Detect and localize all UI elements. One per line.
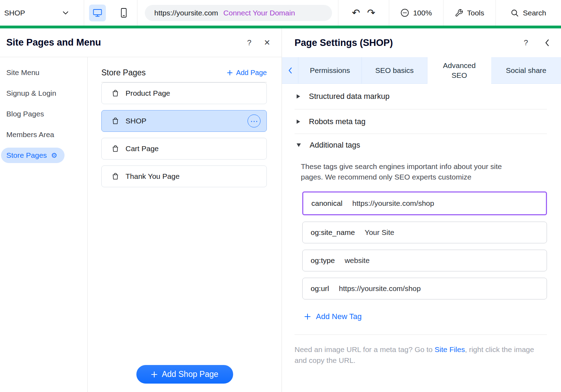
page-item-label: Product Page bbox=[126, 89, 170, 97]
shopping-bag-icon bbox=[111, 172, 120, 181]
sidebar-item-signup-login[interactable]: Signup & Login bbox=[0, 83, 87, 103]
page-settings-header: Page Settings (SHOP) ? bbox=[282, 28, 561, 57]
tag-name: og:site_name bbox=[311, 228, 355, 237]
page-item-label: Thank You Page bbox=[126, 172, 180, 181]
chevron-left-icon bbox=[545, 39, 549, 47]
tab-label: Advanced SEO bbox=[441, 61, 478, 80]
section-label: Robots meta tag bbox=[309, 117, 365, 126]
search-button[interactable]: Search bbox=[496, 0, 561, 26]
page-selector-label: SHOP bbox=[4, 9, 25, 17]
help-icon[interactable]: ? bbox=[247, 39, 251, 47]
mobile-view-button[interactable] bbox=[115, 5, 132, 21]
gear-icon[interactable]: ⚙ bbox=[51, 152, 58, 159]
plus-icon bbox=[151, 371, 157, 378]
tag-value: https://yoursite.com/shop bbox=[339, 284, 421, 293]
chevron-left-icon bbox=[288, 67, 292, 74]
wrench-icon bbox=[455, 9, 463, 17]
tab-permissions[interactable]: Permissions bbox=[298, 57, 362, 84]
site-files-link[interactable]: Site Files bbox=[435, 345, 465, 353]
divider bbox=[295, 334, 547, 335]
search-icon bbox=[511, 9, 519, 17]
editor-accent-bar bbox=[0, 26, 561, 28]
sidebar-item-site-menu[interactable]: Site Menu bbox=[0, 62, 87, 83]
tag-field-og-site-name[interactable]: og:site_name Your Site bbox=[302, 222, 547, 243]
add-page-button[interactable]: Add Page bbox=[227, 69, 267, 77]
page-selector-dropdown[interactable]: SHOP bbox=[0, 0, 84, 26]
tag-field-og-type[interactable]: og:type website bbox=[302, 250, 547, 271]
redo-button[interactable]: ↷ bbox=[367, 8, 375, 18]
page-item-cart-page[interactable]: Cart Page bbox=[101, 138, 267, 160]
store-pages-heading: Store Pages bbox=[101, 68, 146, 77]
redo-icon: ↷ bbox=[367, 7, 375, 18]
undo-icon: ↶ bbox=[352, 7, 360, 18]
store-pages-selected-pill[interactable]: Store Pages ⚙ bbox=[1, 148, 65, 163]
site-pages-panel-header: Site Pages and Menu ? ✕ bbox=[0, 28, 282, 57]
tab-label: Permissions bbox=[310, 66, 350, 75]
section-structured-data-markup[interactable]: Structured data markup bbox=[282, 84, 561, 109]
tab-label: Social share bbox=[506, 66, 547, 75]
page-item-product-page[interactable]: Product Page bbox=[101, 82, 267, 104]
chevron-down-icon bbox=[63, 11, 68, 15]
tag-value: Your Site bbox=[365, 228, 394, 237]
zoom-control[interactable]: 100% bbox=[389, 0, 444, 26]
mobile-icon bbox=[120, 8, 127, 18]
url-section: https://yoursite.com Connect Your Domain bbox=[137, 0, 338, 26]
site-url: https://yoursite.com bbox=[154, 9, 218, 17]
tabs-scroll-left-button[interactable] bbox=[282, 57, 298, 84]
site-pages-panel: Site Pages and Menu ? ✕ Site Menu Signup… bbox=[0, 28, 282, 392]
caret-right-icon bbox=[297, 94, 300, 99]
sidebar-item-blog-pages[interactable]: Blog Pages bbox=[0, 103, 87, 124]
sidebar-item-label: Signup & Login bbox=[6, 89, 56, 97]
help-icon[interactable]: ? bbox=[524, 39, 528, 47]
shopping-bag-icon bbox=[111, 89, 120, 97]
collapse-panel-button[interactable] bbox=[545, 39, 549, 47]
tag-value: https://yoursite.com/shop bbox=[352, 199, 434, 208]
add-new-tag-button[interactable]: Add New Tag bbox=[304, 312, 361, 321]
tools-button[interactable]: Tools bbox=[444, 0, 496, 26]
zoom-out-icon[interactable] bbox=[400, 8, 409, 17]
tools-label: Tools bbox=[467, 9, 484, 17]
tab-label: SEO basics bbox=[375, 66, 414, 75]
footer-text: Need an image URL for a meta tag? Go to bbox=[295, 345, 435, 353]
tag-field-og-url[interactable]: og:url https://yoursite.com/shop bbox=[302, 278, 547, 299]
store-pages-list-area: Store Pages Add Page Product Page SHOP ⋯… bbox=[88, 57, 282, 392]
add-shop-page-button[interactable]: Add Shop Page bbox=[136, 365, 233, 384]
connect-domain-link[interactable]: Connect Your Domain bbox=[223, 9, 295, 17]
page-item-label: Cart Page bbox=[126, 144, 159, 153]
tag-value: website bbox=[345, 256, 370, 265]
tag-field-canonical[interactable]: canonical https://yoursite.com/shop bbox=[302, 191, 547, 215]
section-robots-meta-tag[interactable]: Robots meta tag bbox=[282, 109, 561, 134]
tag-name: canonical bbox=[311, 199, 343, 208]
add-page-label: Add Page bbox=[236, 69, 267, 77]
tag-name: og:url bbox=[311, 284, 329, 293]
shopping-bag-icon bbox=[111, 117, 120, 125]
ellipsis-icon: ⋯ bbox=[250, 117, 258, 125]
close-icon[interactable]: ✕ bbox=[264, 39, 270, 47]
tab-seo-basics[interactable]: SEO basics bbox=[362, 57, 427, 84]
history-controls: ↶ ↷ bbox=[338, 0, 389, 26]
sidebar-item-store-pages[interactable]: Store Pages ⚙ bbox=[0, 145, 87, 165]
sidebar-item-label: Members Area bbox=[6, 130, 54, 139]
sidebar-item-members-area[interactable]: Members Area bbox=[0, 124, 87, 145]
plus-icon bbox=[227, 70, 232, 75]
more-options-button[interactable]: ⋯ bbox=[248, 115, 261, 128]
search-label: Search bbox=[523, 9, 546, 17]
caret-down-icon bbox=[297, 143, 301, 147]
page-item-thank-you-page[interactable]: Thank You Page bbox=[101, 165, 267, 187]
section-additional-tags[interactable]: Additional tags bbox=[282, 134, 561, 156]
section-label: Additional tags bbox=[310, 141, 360, 150]
tab-advanced-seo[interactable]: Advanced SEO bbox=[427, 57, 491, 84]
footer-note: Need an image URL for a meta tag? Go to … bbox=[295, 344, 543, 366]
page-item-shop[interactable]: SHOP ⋯ bbox=[101, 110, 267, 132]
shopping-bag-icon bbox=[111, 144, 120, 153]
add-new-tag-label: Add New Tag bbox=[316, 312, 361, 321]
sidebar-item-label: Blog Pages bbox=[6, 110, 44, 118]
additional-tags-description: These tags give search engines important… bbox=[301, 161, 515, 182]
device-toggle bbox=[84, 0, 137, 26]
tab-social-share[interactable]: Social share bbox=[491, 57, 561, 84]
tag-name: og:type bbox=[311, 256, 335, 265]
top-toolbar: SHOP https://yoursite.com Connect Your D… bbox=[0, 0, 561, 26]
desktop-view-button[interactable] bbox=[89, 5, 106, 21]
undo-button[interactable]: ↶ bbox=[352, 8, 360, 18]
site-url-bar[interactable]: https://yoursite.com Connect Your Domain bbox=[145, 5, 332, 21]
